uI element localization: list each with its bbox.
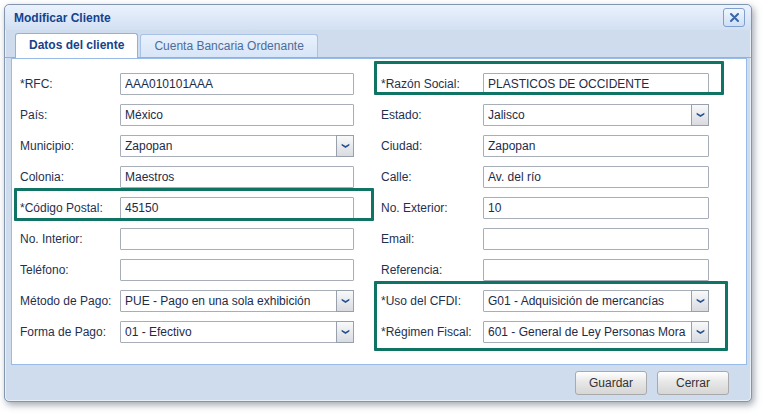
guardar-button[interactable]: Guardar [575,371,647,395]
chevron-down-icon [696,298,705,304]
form-row: País: [20,99,366,130]
colonia-input[interactable] [120,166,354,188]
municipio-label: Municipio: [20,139,120,153]
tab-datos-del-cliente[interactable]: Datos del cliente [15,33,138,58]
form-row: *Uso del CFDI: [381,285,721,316]
pais-input[interactable] [120,104,354,126]
tab-cuenta-bancaria-ordenante[interactable]: Cuenta Bancaria Ordenante [140,34,317,57]
metodo-de-pago-dropdown-trigger[interactable] [336,290,354,312]
tab-label: Cuenta Bancaria Ordenante [154,39,303,53]
metodo-de-pago-label: Método de Pago: [20,294,120,308]
no-interior-label: No. Interior: [20,232,120,246]
no-exterior-label: No. Exterior: [381,201,483,215]
dialog-titlebar[interactable]: Modificar Cliente [5,5,751,30]
modificar-cliente-dialog: Modificar Cliente Datos del cliente Cuen… [4,4,752,402]
calle-label: Calle: [381,170,483,184]
rfc-label: *RFC: [20,77,120,91]
form-row: Teléfono: [20,254,366,285]
form-row: Estado: [381,99,721,130]
uso-del-cfdi-select[interactable] [483,290,709,312]
form-row: *Código Postal: [20,192,366,223]
municipio-dropdown-trigger[interactable] [336,135,354,157]
tab-label: Datos del cliente [29,38,124,52]
referencia-label: Referencia: [381,263,483,277]
calle-input[interactable] [483,166,709,188]
form-row: Forma de Pago: [20,316,366,347]
close-icon [730,13,739,22]
uso-del-cfdi-dropdown-trigger[interactable] [691,290,709,312]
no-interior-input[interactable] [120,228,354,250]
uso-del-cfdi-label: *Uso del CFDI: [381,294,483,308]
form-row: No. Interior: [20,223,366,254]
cerrar-button[interactable]: Cerrar [657,371,729,395]
ciudad-label: Ciudad: [381,139,483,153]
form-row: Municipio: [20,130,366,161]
form-row: *RFC: [20,68,366,99]
rfc-input[interactable] [120,73,354,95]
chevron-down-icon [696,329,705,335]
estado-dropdown-trigger[interactable] [691,104,709,126]
referencia-input[interactable] [483,259,709,281]
municipio-select[interactable] [120,135,354,157]
chevron-down-icon [341,329,350,335]
codigo-postal-input[interactable] [120,197,354,219]
razon-social-label: *Razón Social: [381,77,483,91]
estado-select[interactable] [483,104,709,126]
ciudad-input[interactable] [483,135,709,157]
form-row: Referencia: [381,254,721,285]
tab-strip: Datos del cliente Cuenta Bancaria Ordena… [5,30,751,58]
close-button[interactable] [723,8,745,27]
estado-label: Estado: [381,108,483,122]
chevron-down-icon [341,298,350,304]
codigo-postal-label: *Código Postal: [20,201,120,215]
regimen-fiscal-select[interactable] [483,321,709,343]
form-panel: *RFC: País: Municipio: Colonia: [11,58,747,365]
metodo-de-pago-select[interactable] [120,290,354,312]
form-row: Email: [381,223,721,254]
chevron-down-icon [341,143,350,149]
form-row: Método de Pago: [20,285,366,316]
regimen-fiscal-label: *Régimen Fiscal: [381,325,483,339]
regimen-fiscal-dropdown-trigger[interactable] [691,321,709,343]
razon-social-input[interactable] [483,73,709,95]
forma-de-pago-label: Forma de Pago: [20,325,120,339]
colonia-label: Colonia: [20,170,120,184]
form-row: No. Exterior: [381,192,721,223]
email-input[interactable] [483,228,709,250]
dialog-footer: Guardar Cerrar [5,364,751,401]
telefono-input[interactable] [120,259,354,281]
forma-de-pago-dropdown-trigger[interactable] [336,321,354,343]
form-row: Calle: [381,161,721,192]
dialog-title: Modificar Cliente [14,11,111,25]
chevron-down-icon [696,112,705,118]
form-row: Ciudad: [381,130,721,161]
email-label: Email: [381,232,483,246]
pais-label: País: [20,108,120,122]
form-row: Colonia: [20,161,366,192]
forma-de-pago-select[interactable] [120,321,354,343]
no-exterior-input[interactable] [483,197,709,219]
telefono-label: Teléfono: [20,263,120,277]
form-column-right: *Razón Social: Estado: Ciudad: Calle: [381,59,721,347]
form-row: *Régimen Fiscal: [381,316,721,347]
form-column-left: *RFC: País: Municipio: Colonia: [20,59,366,347]
form-row: *Razón Social: [381,68,721,99]
